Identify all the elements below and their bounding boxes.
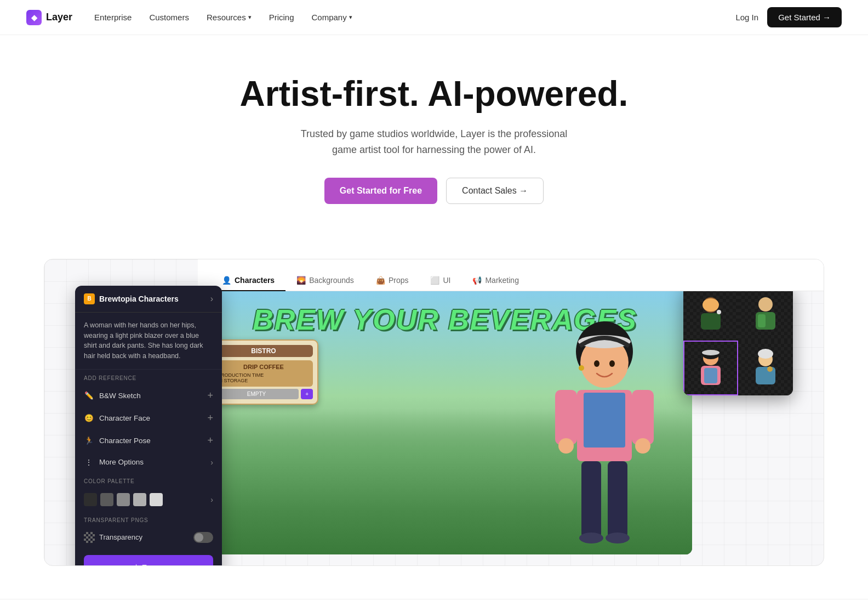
color-palette-arrow-icon[interactable]: › (210, 495, 213, 504)
color-palette-title: COLOR PALETTE (75, 473, 222, 488)
svg-point-20 (758, 297, 773, 312)
svg-rect-10 (608, 461, 627, 538)
ui-icon: ⬜ (430, 276, 439, 285)
sidebar-description: A woman with her hands on her hips, wear… (75, 313, 222, 370)
bw-sketch-icon: ✏️ (84, 390, 94, 400)
swatch-2[interactable] (100, 493, 113, 506)
swatch-4[interactable] (133, 493, 146, 506)
tab-ui[interactable]: ⬜ UI (419, 270, 461, 291)
login-button[interactable]: Log In (735, 13, 758, 22)
svg-point-13 (594, 360, 599, 367)
transparent-row: Transparency (75, 526, 222, 548)
hero-contact-sales-button[interactable]: Contact Sales → (446, 178, 544, 204)
game-background: BREW YOUR BEVERAGES BISTRO DRIP COFFEE P… (198, 290, 692, 554)
demo-wrapper: 👤 Characters 🌄 Backgrounds 👜 Props ⬜ UI … (44, 259, 824, 566)
swatch-3[interactable] (117, 493, 130, 506)
more-options-arrow-icon: › (210, 458, 213, 467)
logo-text: Layer (46, 12, 72, 23)
character-svg (544, 319, 665, 554)
action-button[interactable]: + (301, 389, 313, 399)
svg-point-15 (579, 365, 584, 371)
character-thumb-1[interactable] (683, 286, 738, 341)
svg-rect-22 (758, 314, 766, 327)
drip-coffee-label: DRIP COFFEE (218, 364, 310, 370)
svg-point-19 (717, 310, 721, 314)
nav-links: Enterprise Customers Resources Pricing C… (94, 13, 352, 22)
nav-pricing[interactable]: Pricing (269, 13, 294, 22)
character-pose-add-icon[interactable]: + (207, 435, 213, 446)
sidebar-item-character-face[interactable]: 😊 Character Face + (75, 407, 222, 429)
production-time-label: PRODUCTION TIME (218, 372, 310, 378)
color-swatches (84, 493, 163, 506)
forge-button[interactable]: ✦ Forge (84, 555, 213, 566)
nav-get-started-button[interactable]: Get Started → (767, 7, 842, 27)
right-character-panel (683, 286, 793, 395)
sidebar-close-icon[interactable]: › (210, 294, 213, 304)
in-storage-label: IN STORAGE (218, 378, 310, 383)
character-thumb-3[interactable] (683, 341, 738, 395)
navbar-left: Layer Enterprise Customers Resources Pri… (26, 10, 352, 25)
hero-get-started-button[interactable]: Get Started for Free (324, 178, 437, 204)
svg-point-29 (758, 349, 773, 359)
brand-bar: IGT IGT SFG SUPER FREEGAMES ⋯ tripledot … (0, 599, 868, 606)
sidebar-item-bw-sketch[interactable]: ✏️ B&W Sketch + (75, 384, 222, 407)
sidebar-header: B Brewtopia Characters › (75, 286, 222, 313)
empty-label[interactable]: EMPTY (214, 389, 299, 399)
svg-rect-5 (555, 390, 577, 445)
transparency-toggle[interactable] (193, 532, 213, 543)
nav-resources[interactable]: Resources (207, 13, 252, 22)
tab-characters[interactable]: 👤 Characters (211, 270, 285, 291)
right-panel-top-row (683, 286, 793, 341)
sidebar-panel: B Brewtopia Characters › A woman with he… (75, 286, 222, 566)
tab-props[interactable]: 👜 Props (365, 270, 420, 291)
sidebar-item-character-pose[interactable]: 🏃 Character Pose + (75, 429, 222, 452)
svg-point-12 (606, 533, 630, 543)
bistro-label: BISTRO (214, 345, 313, 357)
props-icon: 👜 (376, 276, 385, 285)
empty-buttons: EMPTY + (214, 389, 313, 399)
characters-icon: 👤 (222, 276, 231, 285)
character-face-icon: 😊 (84, 413, 94, 423)
backgrounds-icon: 🌄 (296, 276, 306, 285)
character-face-add-icon[interactable]: + (207, 412, 213, 424)
game-image-area: BREW YOUR BEVERAGES BISTRO DRIP COFFEE P… (198, 290, 692, 554)
transparency-label: Transparency (99, 533, 142, 541)
sidebar-header-left: B Brewtopia Characters (84, 293, 179, 304)
swatch-1[interactable] (84, 493, 97, 506)
sidebar-logo-icon: B (84, 293, 95, 304)
svg-point-11 (579, 533, 603, 543)
nav-customers[interactable]: Customers (149, 13, 189, 22)
transparent-pngs-title: TRANSPARENT PNGS (75, 512, 222, 526)
svg-rect-9 (581, 461, 601, 538)
tab-backgrounds[interactable]: 🌄 Backgrounds (285, 270, 365, 291)
project-name: Brewtopia Characters (99, 294, 179, 303)
sidebar-item-more-options[interactable]: ⋮ More Options › (75, 452, 222, 473)
nav-company[interactable]: Company (312, 13, 352, 22)
svg-point-8 (635, 438, 650, 454)
demo-tabs: 👤 Characters 🌄 Backgrounds 👜 Props ⬜ UI … (198, 259, 824, 291)
character-thumb-2[interactable] (738, 286, 793, 341)
svg-rect-27 (704, 368, 717, 383)
svg-rect-18 (701, 313, 721, 330)
add-reference-title: ADD REFERENCE (75, 370, 222, 384)
right-panel-bottom-row (683, 341, 793, 395)
swatch-5[interactable] (150, 493, 163, 506)
character-thumb-4[interactable] (738, 341, 793, 395)
logo[interactable]: Layer (26, 10, 72, 25)
color-palette-row: › (75, 488, 222, 512)
character-pose-icon: 🏃 (84, 435, 94, 445)
svg-rect-4 (584, 393, 625, 448)
hero-subtitle: Trusted by game studios worldwide, Layer… (26, 126, 842, 158)
svg-point-25 (702, 350, 719, 355)
svg-point-7 (558, 438, 574, 454)
navbar: Layer Enterprise Customers Resources Pri… (0, 0, 868, 35)
tab-marketing[interactable]: 📢 Marketing (461, 270, 529, 291)
svg-point-17 (703, 298, 719, 312)
nav-enterprise[interactable]: Enterprise (94, 13, 132, 22)
svg-point-14 (609, 360, 615, 367)
main-character (528, 308, 681, 554)
drip-coffee-card: DRIP COFFEE PRODUCTION TIME IN STORAGE (214, 360, 313, 387)
svg-point-31 (767, 366, 773, 372)
hero-buttons: Get Started for Free Contact Sales → (26, 178, 842, 204)
bw-sketch-add-icon[interactable]: + (207, 390, 213, 401)
